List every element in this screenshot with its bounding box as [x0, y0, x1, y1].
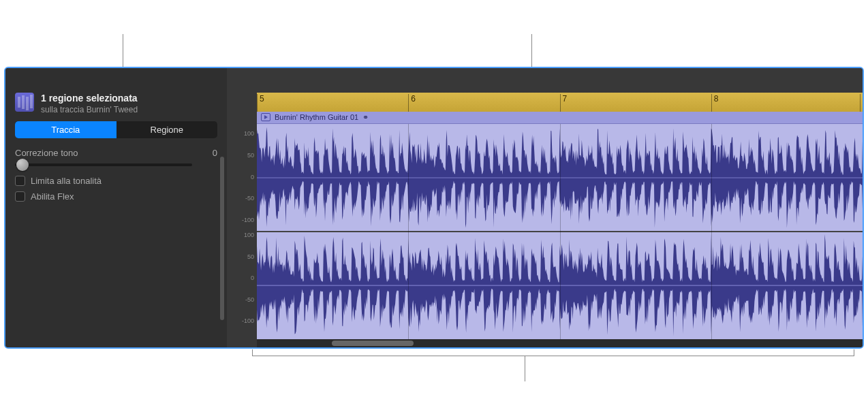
limit-to-key-checkbox[interactable] — [15, 176, 25, 186]
inspector-tabs: Traccia Regione — [15, 121, 217, 138]
waveform-display[interactable] — [257, 124, 863, 339]
pitch-correction-row: Correzione tono 0 — [15, 148, 217, 158]
callout-bracket-bottom — [252, 356, 854, 356]
bar-divider — [560, 124, 561, 339]
inspector-scrollbar[interactable] — [220, 157, 224, 320]
bar-divider — [408, 124, 409, 339]
region-selection-title: 1 regione selezionata — [41, 93, 138, 104]
waveform-area: 5 6 7 8 9 Burnin' Rhythm Guitar 01 ⚭ 100… — [227, 68, 863, 347]
callout-bracket-left — [252, 349, 253, 356]
amplitude-ruler: 100 50 0 -50 -100 100 50 0 -50 -100 — [227, 124, 257, 339]
tab-region[interactable]: Regione — [117, 121, 218, 138]
limit-to-key-label: Limita alla tonalità — [31, 176, 102, 186]
timeline-ruler[interactable]: 5 6 7 8 9 — [257, 93, 863, 112]
audio-editor-panel: ↔ 1 regione selezionata sulla traccia Bu… — [4, 67, 864, 349]
region-track-subtitle: sulla traccia Burnin' Tweed — [41, 105, 138, 114]
scrollbar-thumb[interactable] — [332, 341, 414, 346]
enable-flex-checkbox[interactable] — [15, 191, 25, 202]
bar-divider — [711, 124, 712, 339]
tab-track[interactable]: Traccia — [15, 121, 117, 138]
pitch-correction-value: 0 — [213, 148, 217, 158]
limit-to-key-row[interactable]: Limita alla tonalità — [15, 176, 217, 186]
bar-number: 8 — [714, 94, 719, 104]
pitch-correction-slider[interactable] — [15, 163, 192, 166]
region-name: Burnin' Rhythm Guitar 01 — [275, 113, 358, 121]
bar-number: 6 — [411, 94, 416, 104]
horizontal-scrollbar[interactable] — [257, 339, 863, 347]
enable-flex-label: Abilita Flex — [31, 191, 74, 202]
pitch-correction-label: Correzione tono — [15, 148, 78, 158]
callout-line-inspector — [123, 34, 123, 67]
bar-number: 9 — [863, 94, 864, 104]
slider-knob[interactable] — [16, 159, 29, 171]
waveform-container: 100 50 0 -50 -100 100 50 0 -50 -100 — [227, 124, 863, 339]
play-icon — [261, 113, 270, 121]
enable-flex-row[interactable]: Abilita Flex — [15, 191, 217, 202]
bar-number: 7 — [563, 94, 568, 104]
callout-line-bottom — [525, 356, 525, 381]
callout-bracket-right — [854, 349, 854, 356]
bar-number: 5 — [260, 94, 264, 104]
inspector-panel: 1 regione selezionata sulla traccia Burn… — [5, 68, 227, 347]
region-header[interactable]: Burnin' Rhythm Guitar 01 ⚭ — [257, 112, 863, 124]
region-info: 1 regione selezionata sulla traccia Burn… — [15, 93, 217, 114]
region-type-icon — [15, 93, 34, 112]
loop-icon: ⚭ — [362, 113, 369, 122]
